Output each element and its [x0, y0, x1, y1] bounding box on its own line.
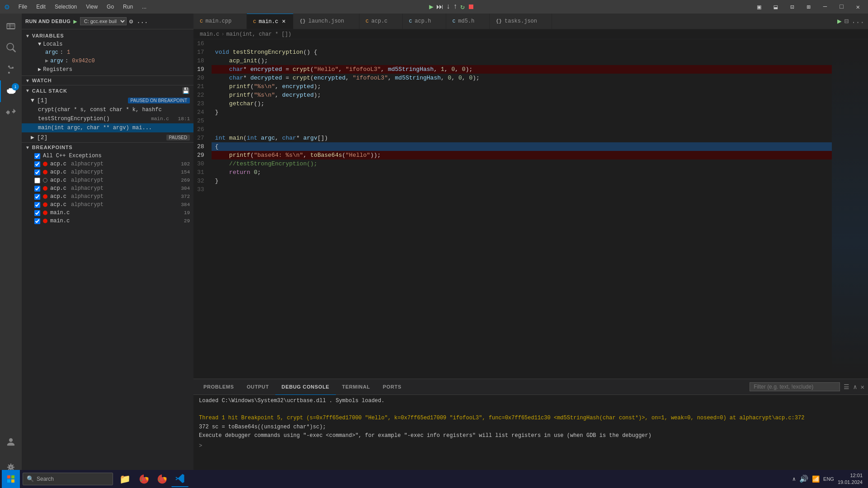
tab-main-c-close[interactable]: ×	[281, 17, 286, 26]
save-call-stack-btn[interactable]: 💾	[182, 87, 190, 94]
bp-acp-304-checkbox[interactable]	[34, 186, 40, 192]
customize-layout-btn[interactable]: ⊞	[803, 1, 814, 13]
taskbar-search-box[interactable]: 🔍 Search	[23, 473, 113, 485]
bp-acp-384-checkbox[interactable]	[34, 202, 40, 208]
bp-main-19-checkbox[interactable]	[34, 210, 40, 216]
maximize-btn[interactable]: □	[836, 1, 847, 12]
menu-selection[interactable]: Selection	[51, 3, 80, 11]
taskbar-network-icon[interactable]: 📶	[812, 475, 820, 483]
minimize-btn[interactable]: ─	[820, 1, 830, 12]
debug-step-over-btn[interactable]: ⏭	[436, 3, 443, 11]
taskbar-volume-icon[interactable]: 🔊	[799, 474, 808, 483]
bp-acp-384[interactable]: acp.c alphacrypt 384	[22, 201, 193, 209]
activity-debug[interactable]: 1	[0, 80, 22, 102]
activity-search[interactable]	[0, 37, 22, 59]
breadcrumb-file[interactable]: main.c	[200, 31, 219, 38]
panel-collapse-btn[interactable]: ∧	[853, 383, 857, 391]
var-argv[interactable]: ▶ argv : 0x942c0	[22, 56, 193, 65]
run-btn[interactable]: ▶	[73, 18, 77, 25]
menu-view[interactable]: View	[82, 3, 101, 11]
breakpoints-header[interactable]: ▼ BREAKPOINTS	[22, 143, 193, 152]
taskbar-vscode[interactable]	[171, 471, 189, 487]
bp-main-29-checkbox[interactable]	[34, 218, 40, 224]
bp-all-cpp-checkbox[interactable]	[34, 153, 40, 159]
taskbar-chrome2[interactable]	[153, 471, 170, 487]
tab-launch-json[interactable]: {} launch.json ×	[293, 14, 359, 29]
taskbar-chrome1[interactable]	[135, 471, 152, 487]
sidebar-toggle-btn[interactable]: ▣	[754, 1, 764, 13]
tab-main-cpp[interactable]: C main.cpp ×	[193, 14, 247, 29]
close-btn[interactable]: ✕	[853, 1, 863, 13]
taskbar-explorer[interactable]: 📁	[116, 471, 134, 487]
bp-acp-304[interactable]: acp.c alphacrypt 304	[22, 184, 193, 192]
config-select[interactable]: C: gcc.exe buil	[80, 17, 127, 25]
panel-tab-terminal[interactable]: TERMINAL	[336, 379, 377, 395]
debug-settings-btn[interactable]: ⚙	[129, 18, 133, 25]
menu-go[interactable]: Go	[103, 3, 118, 11]
bp-all-cpp[interactable]: All C++ Exceptions	[22, 152, 193, 160]
registers-group[interactable]: ▶ Registers	[22, 65, 193, 74]
panel-tab-output[interactable]: OUTPUT	[241, 379, 275, 395]
split-editor-btn[interactable]: ⊟	[844, 17, 849, 26]
layout-btn[interactable]: ⊡	[787, 1, 797, 13]
stack-frame-main[interactable]: main(int argc, char ** argv) mai...	[22, 123, 193, 132]
console-filter-input[interactable]	[750, 382, 840, 391]
debug-continue-btn[interactable]: ▶	[429, 2, 434, 11]
bp-main-19[interactable]: main.c 19	[22, 209, 193, 217]
panel-tab-problems[interactable]: PROBLEMS	[197, 379, 241, 395]
call-stack-section: ▼ CALL STACK 💾 ▼ [1] PAUSED ON BREAKPOIN…	[22, 85, 193, 142]
tab-tasks-json[interactable]: {} tasks.json ×	[490, 14, 552, 29]
panel-toggle-btn[interactable]: ⬓	[770, 1, 781, 13]
stack-frame-crypt[interactable]: crypt(char * s, const char * k, hashfc	[22, 105, 193, 114]
call-stack-header[interactable]: ▼ CALL STACK 💾	[22, 85, 193, 96]
more-actions-btn[interactable]: ...	[851, 17, 864, 25]
menu-run[interactable]: Run	[119, 3, 137, 11]
locals-group[interactable]: ▼ Locals	[22, 40, 193, 48]
tab-md5-h[interactable]: C md5.h ×	[446, 14, 490, 29]
bp-acp-154[interactable]: acp.c alphacrypt 154	[22, 168, 193, 176]
menu-file[interactable]: File	[15, 3, 31, 11]
menu-more[interactable]: ...	[138, 3, 150, 11]
debug-restart-btn[interactable]: ↻	[460, 2, 465, 11]
activity-git[interactable]	[0, 59, 22, 80]
panel-list-view-btn[interactable]: ☰	[844, 383, 849, 391]
tab-acp-c[interactable]: C acp.c ×	[359, 14, 403, 29]
var-argc[interactable]: argc : 1	[22, 48, 193, 56]
bp-main-29[interactable]: main.c 29	[22, 217, 193, 225]
taskbar-chevron-icon[interactable]: ∧	[793, 476, 796, 483]
panel-tab-ports[interactable]: PORTS	[377, 379, 408, 395]
breadcrumb-function[interactable]: main(int, char * [])	[226, 31, 291, 38]
code-content[interactable]: void testStrongEncryption() { acp_init()…	[212, 39, 832, 379]
bp-acp-372-checkbox[interactable]	[34, 194, 40, 200]
watch-header[interactable]: ▼ WATCH	[22, 76, 193, 85]
taskbar-lang[interactable]: ENG	[823, 476, 834, 482]
tab-acp-h[interactable]: C acp.h ×	[403, 14, 446, 29]
activity-account[interactable]	[0, 431, 22, 453]
bp-acp-102[interactable]: acp.c alphacrypt 102	[22, 160, 193, 168]
activity-explorer[interactable]	[0, 15, 22, 37]
run-code-btn[interactable]: ▶	[837, 17, 842, 26]
debug-more-btn[interactable]: ...	[137, 18, 148, 25]
bp-acp-372[interactable]: acp.c alphacrypt 372	[22, 192, 193, 201]
debug-stop-btn[interactable]: ⏹	[467, 3, 475, 11]
taskbar-start-btn[interactable]	[2, 470, 20, 488]
bp-acp-154-checkbox[interactable]	[34, 169, 40, 175]
menu-edit[interactable]: Edit	[33, 3, 49, 11]
debug-step-out-btn[interactable]: ↑	[453, 3, 458, 11]
stack-frame-teststrong-file: main.c 18:1	[151, 116, 190, 122]
variables-header[interactable]: ▼ VARIABLES	[22, 31, 193, 40]
panel-tab-debug-console[interactable]: DEBUG CONSOLE	[275, 379, 336, 395]
thread-1-header[interactable]: ▼ [1] PAUSED ON BREAKPOINT	[22, 96, 193, 105]
bp-acp-102-checkbox[interactable]	[34, 161, 40, 167]
bp-acp-269[interactable]: acp.c alphacrypt 269	[22, 176, 193, 184]
panel-close-btn[interactable]: ✕	[861, 383, 864, 391]
bp-acp-269-checkbox[interactable]	[34, 178, 40, 183]
stack-frame-teststrong[interactable]: testStrongEncryption() main.c 18:1	[22, 114, 193, 123]
tab-main-c[interactable]: C main.c ×	[247, 14, 293, 29]
thread-2-header[interactable]: ▶ [2] PAUSED	[22, 132, 193, 142]
debug-step-into-btn[interactable]: ↓	[446, 3, 451, 11]
var-argc-name: argc	[45, 49, 58, 56]
code-editor[interactable]: 16 17 18 19 20 21 22 23 24 25 26 27 28 2…	[193, 39, 868, 379]
activity-extensions[interactable]	[0, 102, 22, 124]
console-prompt-icon[interactable]: >	[199, 442, 202, 450]
